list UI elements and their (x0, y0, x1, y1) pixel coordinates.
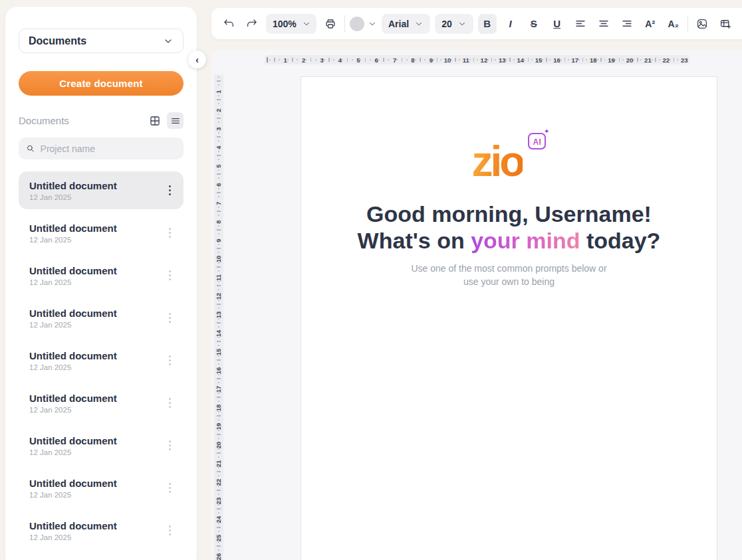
subscript-button[interactable]: A₂ (664, 14, 683, 34)
zio-logo: zio AI ✦ (472, 141, 547, 182)
vertical-ruler: 1234567891011121314151617181920212223242… (214, 74, 223, 560)
ruler-unit: 8 (396, 56, 414, 64)
insert-table-button[interactable] (716, 14, 735, 34)
ruler-unit: 16 (542, 56, 560, 64)
ruler-number: 19 (608, 56, 615, 64)
subscript-label: A₂ (668, 19, 679, 29)
document-page[interactable]: zio AI ✦ Good morning, Username! What's … (301, 76, 717, 560)
toolbar: 100% Arial 20 B I S U A² (211, 8, 742, 39)
document-menu-button[interactable] (162, 437, 177, 454)
ruler-unit: 14 (506, 56, 524, 64)
print-button[interactable] (321, 14, 340, 34)
ruler-number: 16 (215, 367, 222, 375)
document-menu-button[interactable] (162, 395, 177, 412)
ruler-number: 10 (215, 256, 222, 263)
document-meta: Untitled document 12 Jan 2025 (29, 265, 162, 286)
ruler-number: 14 (517, 56, 524, 64)
document-list-item[interactable]: Untitled document 12 Jan 2025 (19, 384, 184, 422)
ruler-number: 19 (215, 423, 222, 430)
ruler-number: 20 (215, 442, 222, 449)
greeting-highlight: your mind (471, 228, 580, 253)
greeting-line2-suffix: today? (580, 228, 660, 253)
search-box[interactable] (19, 138, 184, 159)
ruler-unit: 21 (633, 56, 651, 64)
document-date: 12 Jan 2025 (29, 406, 162, 414)
document-date: 12 Jan 2025 (29, 448, 162, 456)
superscript-button[interactable]: A² (641, 14, 660, 34)
document-list-item[interactable]: Untitled document 12 Jan 2025 (19, 426, 184, 464)
list-view-button[interactable] (167, 112, 184, 129)
document-menu-button[interactable] (162, 352, 177, 369)
zoom-select[interactable]: 100% (266, 14, 316, 34)
ruler-number: 15 (215, 349, 222, 356)
create-document-button[interactable]: Create document (19, 71, 184, 96)
text-color-picker[interactable] (350, 17, 377, 31)
ruler-unit: 2 (287, 56, 305, 64)
document-meta: Untitled document 12 Jan 2025 (29, 223, 162, 244)
document-menu-button[interactable] (162, 310, 177, 327)
ruler-number: 20 (626, 56, 634, 64)
ruler-unit: 22 (652, 56, 670, 64)
bold-label: B (483, 18, 491, 29)
workspace-selector[interactable]: Documents (19, 29, 184, 53)
font-family-value: Arial (388, 19, 409, 29)
ruler-unit: 14 (215, 318, 223, 337)
document-list-item[interactable]: Untitled document 12 Jan 2025 (19, 171, 184, 209)
ruler-number: 21 (644, 56, 652, 64)
document-menu-button[interactable] (162, 182, 177, 199)
ruler-unit: 20 (215, 430, 223, 448)
undo-button[interactable] (219, 14, 238, 34)
document-list-item[interactable]: Untitled document 12 Jan 2025 (19, 341, 184, 379)
underline-button[interactable]: U (548, 14, 566, 34)
underline-label: U (553, 18, 560, 29)
ruler-number: 17 (572, 56, 579, 64)
document-list-item[interactable]: Untitled document 12 Jan 2025 (19, 256, 184, 294)
ruler-unit: 9 (217, 225, 221, 244)
align-left-button[interactable] (571, 14, 590, 34)
document-menu-button[interactable] (162, 480, 177, 497)
document-list-item[interactable]: Untitled document 12 Jan 2025 (19, 512, 184, 549)
ruler-number: 23 (681, 56, 688, 64)
ruler-unit: 18 (215, 393, 223, 411)
comment-button[interactable] (739, 14, 742, 34)
sidebar-collapse-button[interactable]: ‹ (188, 50, 206, 68)
align-center-button[interactable] (594, 14, 613, 34)
document-menu-button[interactable] (162, 267, 177, 284)
italic-button[interactable]: I (501, 14, 520, 34)
insert-image-button[interactable] (693, 14, 711, 34)
document-list-item[interactable]: Untitled document 12 Jan 2025 (19, 469, 184, 507)
ruler-unit: 13 (487, 56, 505, 64)
redo-button[interactable] (243, 14, 261, 34)
document-meta: Untitled document 12 Jan 2025 (29, 435, 162, 456)
font-family-select[interactable]: Arial (382, 14, 430, 34)
font-size-select[interactable]: 20 (435, 14, 473, 34)
document-date: 12 Jan 2025 (29, 321, 162, 329)
zio-logo-text: zio (472, 141, 523, 182)
ruler-unit: 15 (524, 56, 542, 64)
document-title: Untitled document (29, 223, 162, 234)
bold-button[interactable]: B (478, 14, 497, 34)
ruler-number: 24 (215, 516, 222, 523)
ruler-unit: 25 (215, 523, 223, 541)
ruler-number: 18 (215, 405, 222, 412)
document-title: Untitled document (29, 308, 162, 319)
document-menu-button[interactable] (162, 225, 177, 242)
ruler-unit: 10 (215, 244, 223, 262)
sidebar: Documents Create document Documents Unti… (5, 7, 197, 560)
document-date: 12 Jan 2025 (29, 278, 162, 286)
document-list-item[interactable]: Untitled document 12 Jan 2025 (19, 299, 184, 337)
ruler-unit: 7 (217, 188, 221, 207)
search-input[interactable] (41, 143, 176, 154)
strikethrough-button[interactable]: S (525, 14, 543, 34)
font-size-value: 20 (441, 19, 452, 29)
document-list-item[interactable]: Untitled document 12 Jan 2025 (19, 214, 184, 252)
ruler-unit: 9 (415, 56, 433, 64)
grid-view-button[interactable] (146, 112, 163, 129)
document-menu-button[interactable] (162, 522, 177, 539)
align-right-button[interactable] (618, 14, 636, 34)
ruler-number: 17 (215, 386, 222, 393)
ruler-number: 22 (215, 479, 222, 486)
ruler-unit: 17 (215, 374, 223, 393)
view-toggle (146, 112, 184, 129)
align-left-icon (574, 17, 586, 30)
